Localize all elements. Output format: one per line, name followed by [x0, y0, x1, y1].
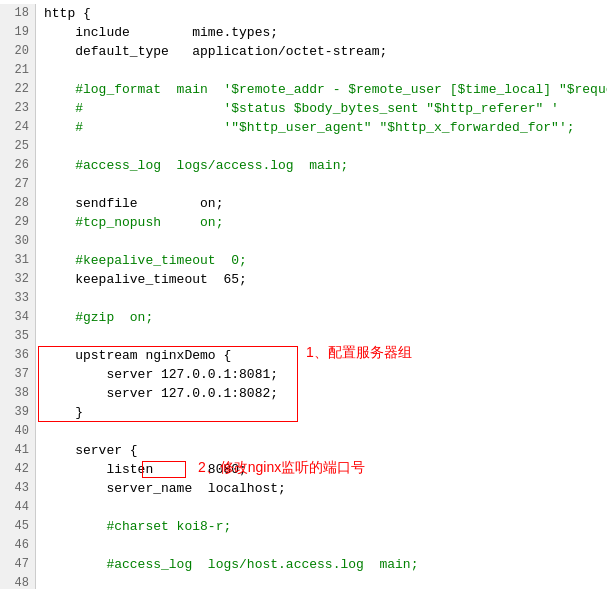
code-line-27 — [44, 175, 607, 194]
code-line-40 — [44, 422, 607, 441]
code-line-22: #log_format main '$remote_addr - $remote… — [44, 80, 607, 99]
code-line-25 — [44, 137, 607, 156]
annotation-label-2: 2、修改nginx监听的端口号 — [198, 459, 365, 477]
code-line-45: #charset koi8-r; — [44, 517, 607, 536]
code-line-29: #tcp_nopush on; — [44, 213, 607, 232]
code-line-21 — [44, 61, 607, 80]
code-line-39: } — [44, 403, 607, 422]
code-line-26: #access_log logs/access.log main; — [44, 156, 607, 175]
code-editor: 18 19 20 21 22 23 24 25 26 27 28 29 30 3… — [0, 0, 607, 589]
code-line-18: http { — [44, 4, 607, 23]
code-line-41: server { — [44, 441, 607, 460]
code-line-38: server 127.0.0.1:8082; — [44, 384, 607, 403]
code-line-34: #gzip on; — [44, 308, 607, 327]
code-line-24: # '"$http_user_agent" "$http_x_forwarded… — [44, 118, 607, 137]
line-numbers: 18 19 20 21 22 23 24 25 26 27 28 29 30 3… — [0, 4, 36, 589]
code-line-32: keepalive_timeout 65; — [44, 270, 607, 289]
code-content: 1、配置服务器组 2、修改nginx监听的端口号 3、配置反向代理地址 http… — [36, 4, 607, 589]
code-line-20: default_type application/octet-stream; — [44, 42, 607, 61]
code-line-19: include mime.types; — [44, 23, 607, 42]
annotation-label-1: 1、配置服务器组 — [306, 344, 412, 362]
code-line-46 — [44, 536, 607, 555]
code-line-47: #access_log logs/host.access.log main; — [44, 555, 607, 574]
code-line-33 — [44, 289, 607, 308]
code-line-37: server 127.0.0.1:8081; — [44, 365, 607, 384]
code-line-28: sendfile on; — [44, 194, 607, 213]
code-line-48 — [44, 574, 607, 589]
code-line-23: # '$status $body_bytes_sent "$http_refer… — [44, 99, 607, 118]
code-line-44 — [44, 498, 607, 517]
code-line-30 — [44, 232, 607, 251]
code-line-31: #keepalive_timeout 0; — [44, 251, 607, 270]
code-line-43: server_name localhost; — [44, 479, 607, 498]
